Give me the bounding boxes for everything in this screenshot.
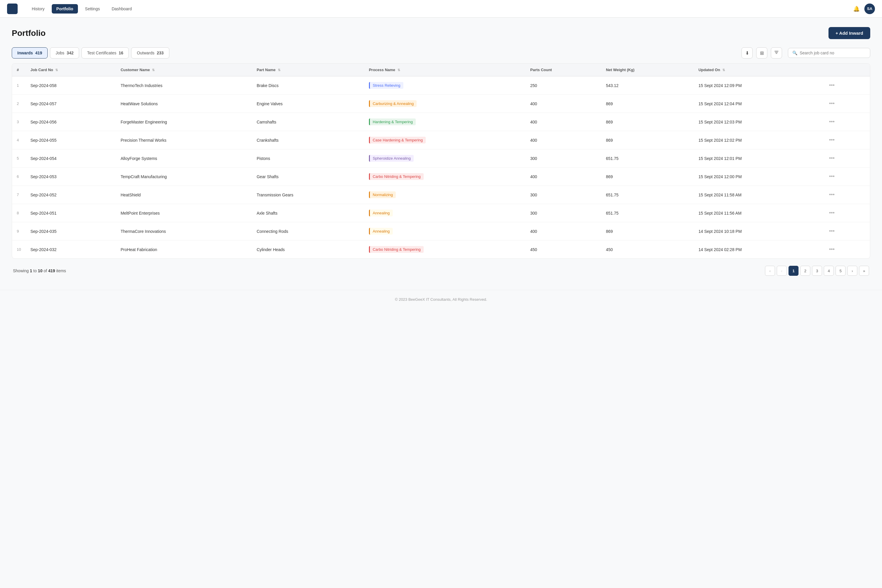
tab-inwards-count: 419 bbox=[35, 51, 42, 55]
cell-part-name: Connecting Rods bbox=[252, 222, 364, 240]
cell-updated-on: 15 Sept 2024 12:00 PM bbox=[694, 168, 822, 186]
tab-inwards-label: Inwards bbox=[17, 51, 33, 55]
cell-customer-name: ThermaCore Innovations bbox=[116, 222, 252, 240]
cell-parts-count: 300 bbox=[526, 149, 601, 168]
cell-job-card-no: Sep-2024-053 bbox=[26, 168, 116, 186]
table-row: 6 Sep-2024-053 TempCraft Manufacturing G… bbox=[12, 168, 870, 186]
cell-parts-count: 400 bbox=[526, 222, 601, 240]
notification-bell-icon[interactable]: 🔔 bbox=[853, 6, 860, 12]
row-more-button[interactable]: ••• bbox=[827, 190, 837, 199]
cell-actions: ••• bbox=[822, 94, 870, 113]
process-tag: Stress Relieving bbox=[369, 82, 404, 89]
tab-test-certificates[interactable]: Test Certificates 16 bbox=[81, 47, 129, 58]
cell-process-name: Stress Relieving bbox=[364, 76, 526, 94]
cell-num: 4 bbox=[12, 131, 26, 149]
tab-outwards-label: Outwards bbox=[137, 51, 154, 55]
nav-link-portfolio[interactable]: Portfolio bbox=[52, 4, 78, 14]
cell-actions: ••• bbox=[822, 131, 870, 149]
row-more-button[interactable]: ••• bbox=[827, 245, 837, 254]
cell-updated-on: 15 Sept 2024 11:58 AM bbox=[694, 186, 822, 204]
cell-actions: ••• bbox=[822, 204, 870, 222]
cell-part-name: Crankshafts bbox=[252, 131, 364, 149]
pagination-page-5[interactable]: 5 bbox=[836, 266, 846, 276]
cell-process-name: Normalizing bbox=[364, 186, 526, 204]
cell-actions: ••• bbox=[822, 76, 870, 94]
search-input[interactable] bbox=[800, 51, 866, 55]
col-header-actions bbox=[822, 63, 870, 76]
pagination-page-4[interactable]: 4 bbox=[824, 266, 834, 276]
pagination-first-button[interactable]: « bbox=[765, 266, 775, 276]
sort-icon-process: ⇅ bbox=[398, 68, 400, 72]
app-logo[interactable]: 🔥 bbox=[7, 3, 18, 14]
cell-customer-name: ProHeat Fabrication bbox=[116, 240, 252, 259]
cell-net-weight: 869 bbox=[601, 168, 694, 186]
pagination-total: 419 bbox=[48, 268, 55, 273]
user-avatar[interactable]: SA bbox=[864, 3, 875, 14]
pagination-last-button[interactable]: » bbox=[859, 266, 869, 276]
col-header-part-name[interactable]: Part Name ⇅ bbox=[252, 63, 364, 76]
table-row: 9 Sep-2024-035 ThermaCore Innovations Co… bbox=[12, 222, 870, 240]
nav-link-settings[interactable]: Settings bbox=[80, 4, 105, 14]
footer-text: © 2023 BeeGeeX IT Consultants, All Right… bbox=[395, 297, 487, 302]
page-content: Portfolio + Add Inward Inwards 419 Jobs … bbox=[0, 18, 882, 285]
cell-process-name: Annealing bbox=[364, 204, 526, 222]
cell-part-name: Cylinder Heads bbox=[252, 240, 364, 259]
download-button[interactable]: ⬇ bbox=[741, 47, 753, 58]
row-more-button[interactable]: ••• bbox=[827, 81, 837, 90]
tab-jobs[interactable]: Jobs 342 bbox=[50, 47, 79, 58]
col-header-process-name[interactable]: Process Name ⇅ bbox=[364, 63, 526, 76]
table-row: 1 Sep-2024-058 ThermoTech Industries Bra… bbox=[12, 76, 870, 94]
row-more-button[interactable]: ••• bbox=[827, 118, 837, 126]
table-row: 7 Sep-2024-052 HeatShield Transmission G… bbox=[12, 186, 870, 204]
cell-process-name: Spheroidize Annealing bbox=[364, 149, 526, 168]
navbar: 🔥 History Portfolio Settings Dashboard 🔔… bbox=[0, 0, 882, 18]
cell-process-name: Carbo Nitriding & Tempering bbox=[364, 240, 526, 259]
row-more-button[interactable]: ••• bbox=[827, 209, 837, 217]
cell-actions: ••• bbox=[822, 113, 870, 131]
add-row-icon: ⊞ bbox=[760, 50, 764, 56]
table-row: 2 Sep-2024-057 HeatWave Solutions Engine… bbox=[12, 94, 870, 113]
cell-net-weight: 869 bbox=[601, 222, 694, 240]
cell-actions: ••• bbox=[822, 240, 870, 259]
search-icon: 🔍 bbox=[792, 51, 797, 55]
download-icon: ⬇ bbox=[745, 50, 749, 56]
cell-customer-name: AlloyForge Systems bbox=[116, 149, 252, 168]
filter-button[interactable] bbox=[771, 47, 782, 58]
page-header: Portfolio + Add Inward bbox=[12, 27, 870, 39]
cell-num: 2 bbox=[12, 94, 26, 113]
pagination-page-1[interactable]: 1 bbox=[789, 266, 798, 276]
cell-num: 3 bbox=[12, 113, 26, 131]
col-header-customer-name[interactable]: Customer Name ⇅ bbox=[116, 63, 252, 76]
table-row: 10 Sep-2024-032 ProHeat Fabrication Cyli… bbox=[12, 240, 870, 259]
cell-customer-name: HeatWave Solutions bbox=[116, 94, 252, 113]
pagination-next-button[interactable]: › bbox=[847, 266, 857, 276]
nav-link-dashboard[interactable]: Dashboard bbox=[107, 4, 137, 14]
add-inward-button[interactable]: + Add Inward bbox=[828, 27, 870, 39]
col-header-job-card-no[interactable]: Job Card No ⇅ bbox=[26, 63, 116, 76]
cell-updated-on: 15 Sept 2024 11:56 AM bbox=[694, 204, 822, 222]
row-more-button[interactable]: ••• bbox=[827, 99, 837, 108]
toolbar-icons: ⬇ ⊞ bbox=[741, 47, 782, 58]
row-more-button[interactable]: ••• bbox=[827, 227, 837, 236]
row-more-button[interactable]: ••• bbox=[827, 136, 837, 144]
add-row-button[interactable]: ⊞ bbox=[756, 47, 767, 58]
sort-icon-updated: ⇅ bbox=[722, 68, 725, 72]
cell-customer-name: HeatShield bbox=[116, 186, 252, 204]
process-tag: Normalizing bbox=[369, 191, 396, 198]
tab-outwards[interactable]: Outwards 233 bbox=[131, 47, 169, 58]
cell-net-weight: 651.75 bbox=[601, 149, 694, 168]
cell-job-card-no: Sep-2024-058 bbox=[26, 76, 116, 94]
pagination-page-2[interactable]: 2 bbox=[800, 266, 810, 276]
col-header-updated-on[interactable]: Updated On ⇅ bbox=[694, 63, 822, 76]
row-more-button[interactable]: ••• bbox=[827, 154, 837, 163]
cell-net-weight: 651.75 bbox=[601, 186, 694, 204]
pagination-prev-button[interactable]: ‹ bbox=[777, 266, 787, 276]
table-row: 8 Sep-2024-051 MeltPoint Enterprises Axl… bbox=[12, 204, 870, 222]
cell-job-card-no: Sep-2024-051 bbox=[26, 204, 116, 222]
pagination-page-3[interactable]: 3 bbox=[812, 266, 822, 276]
row-more-button[interactable]: ••• bbox=[827, 172, 837, 181]
nav-link-history[interactable]: History bbox=[27, 4, 50, 14]
search-box[interactable]: 🔍 bbox=[788, 48, 870, 58]
cell-updated-on: 14 Sept 2024 10:18 PM bbox=[694, 222, 822, 240]
tab-inwards[interactable]: Inwards 419 bbox=[12, 47, 48, 58]
